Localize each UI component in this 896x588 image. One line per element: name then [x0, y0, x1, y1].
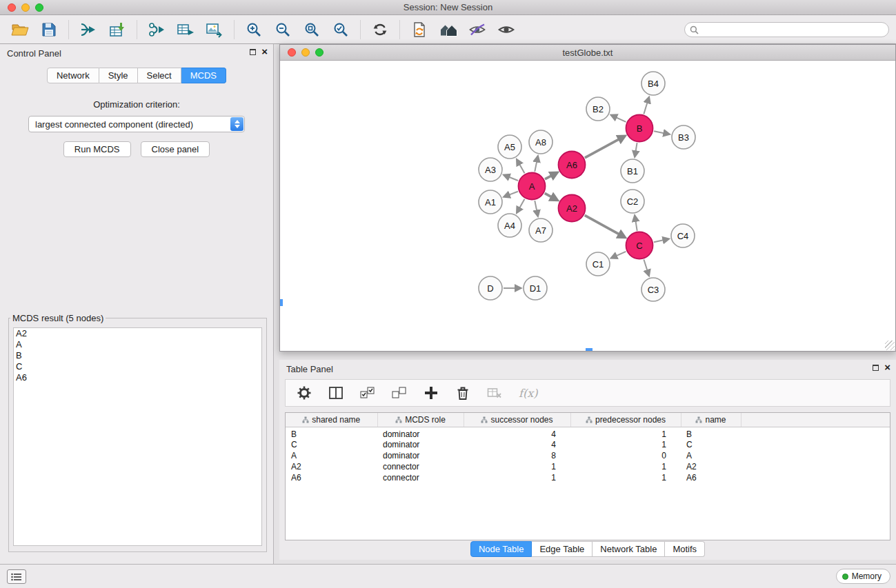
network-node-b[interactable]: B	[626, 115, 653, 142]
network-node-a8[interactable]: A8	[529, 130, 552, 154]
tab-mcds[interactable]: MCDS	[181, 68, 226, 83]
network-node-b4[interactable]: B4	[641, 72, 665, 95]
mcds-result-item[interactable]: B	[14, 350, 261, 361]
column-header-successor-nodes[interactable]: successor nodes	[464, 413, 570, 427]
network-edge[interactable]	[644, 103, 647, 114]
tab-motifs[interactable]: Motifs	[665, 541, 705, 557]
network-node-c2[interactable]: C2	[621, 190, 644, 213]
home-button[interactable]	[434, 19, 463, 41]
show-columns-button[interactable]	[328, 385, 344, 401]
mcds-result-item[interactable]: C	[14, 361, 261, 372]
float-panel-icon[interactable]	[250, 49, 256, 55]
apply-layout-button[interactable]	[405, 19, 434, 41]
float-panel-icon[interactable]	[873, 365, 879, 371]
network-edge[interactable]	[616, 252, 626, 256]
run-mcds-button[interactable]: Run MCDS	[63, 141, 131, 157]
column-header-shared-name[interactable]: shared name	[286, 413, 377, 427]
network-edge[interactable]	[545, 176, 552, 179]
zoom-out-button[interactable]	[268, 19, 297, 41]
export-table-button[interactable]	[171, 19, 200, 41]
add-row-button[interactable]	[424, 385, 439, 401]
export-image-button[interactable]	[200, 19, 229, 41]
deselect-all-button[interactable]	[392, 385, 407, 401]
table-row[interactable]: A2connector11A2	[286, 461, 890, 472]
table-settings-button[interactable]	[297, 385, 312, 401]
mcds-result-item[interactable]: A6	[14, 372, 261, 383]
status-menu-button[interactable]	[7, 569, 26, 584]
network-edge[interactable]	[535, 161, 537, 172]
tab-select[interactable]: Select	[138, 68, 181, 83]
import-table-button[interactable]	[103, 19, 132, 41]
zoom-in-button[interactable]	[239, 19, 268, 41]
import-network-button[interactable]	[74, 19, 103, 41]
network-canvas[interactable]: AA1A2A3A4A5A6A7A8BB1B2B3B4CC1C2C3C4DD1	[280, 61, 895, 351]
network-edge[interactable]	[509, 177, 518, 181]
network-edge[interactable]	[654, 240, 664, 242]
network-node-a4[interactable]: A4	[498, 214, 521, 237]
network-node-a3[interactable]: A3	[479, 158, 502, 181]
function-builder-button[interactable]: f(x)	[519, 387, 537, 400]
table-row[interactable]: Cdominator41C	[286, 439, 890, 450]
open-session-button[interactable]	[6, 19, 34, 41]
zoom-fit-button[interactable]	[297, 19, 326, 41]
network-node-b3[interactable]: B3	[672, 125, 695, 149]
mcds-result-item[interactable]: A2	[14, 328, 261, 339]
tab-network[interactable]: Network	[47, 68, 99, 83]
table-row[interactable]: A6connector11A6	[286, 472, 890, 483]
network-node-c4[interactable]: C4	[671, 224, 695, 247]
column-header-name[interactable]: name	[681, 413, 741, 427]
network-edge[interactable]	[535, 201, 537, 211]
network-node-a6[interactable]: A6	[559, 152, 586, 179]
network-edge[interactable]	[519, 164, 524, 173]
network-node-a5[interactable]: A5	[498, 135, 521, 159]
network-node-c[interactable]: C	[626, 232, 653, 259]
eye-button[interactable]	[492, 19, 521, 41]
select-all-button[interactable]	[360, 385, 375, 401]
close-panel-button[interactable]: Close panel	[141, 141, 210, 157]
export-network-button[interactable]	[142, 19, 171, 41]
delete-button[interactable]	[455, 385, 470, 401]
network-edge[interactable]	[644, 260, 647, 271]
network-node-a1[interactable]: A1	[479, 190, 502, 214]
network-node-b2[interactable]: B2	[586, 97, 610, 121]
close-panel-icon[interactable]: ×	[884, 363, 890, 372]
search-field[interactable]	[684, 22, 889, 37]
column-header-mcds-role[interactable]: MCDS role	[377, 413, 464, 427]
tab-style[interactable]: Style	[99, 68, 138, 83]
network-node-d[interactable]: D	[479, 276, 502, 300]
network-edge[interactable]	[616, 117, 626, 122]
column-header-predecessor-nodes[interactable]: predecessor nodes	[570, 413, 681, 427]
tab-edge-table[interactable]: Edge Table	[532, 541, 593, 557]
tab-node-table[interactable]: Node Table	[470, 541, 532, 557]
network-node-b1[interactable]: B1	[621, 159, 644, 183]
table-row[interactable]: Adominator80A	[286, 450, 890, 461]
memory-button[interactable]: Memory	[836, 569, 890, 584]
mcds-result-item[interactable]: A	[14, 339, 261, 350]
network-node-c1[interactable]: C1	[586, 252, 610, 276]
network-edge[interactable]	[545, 193, 552, 196]
zoom-selected-button[interactable]	[326, 19, 355, 41]
network-node-d1[interactable]: D1	[524, 276, 547, 300]
network-node-a[interactable]: A	[519, 173, 546, 200]
refresh-button[interactable]	[366, 19, 395, 41]
network-node-a7[interactable]: A7	[529, 219, 552, 242]
mcds-result-list[interactable]: A2ABCA6	[13, 327, 262, 546]
network-edge[interactable]	[654, 131, 664, 133]
delete-column-button[interactable]	[487, 385, 502, 401]
save-session-button[interactable]	[34, 19, 63, 41]
network-node-a2[interactable]: A2	[559, 195, 586, 222]
network-edge[interactable]	[636, 143, 637, 151]
network-edge[interactable]	[519, 199, 524, 208]
criterion-dropdown[interactable]: largest connected component (directed)	[28, 116, 245, 132]
resize-grip[interactable]	[885, 341, 895, 350]
close-panel-icon[interactable]: ×	[261, 47, 268, 57]
show-hide-button[interactable]	[463, 19, 492, 41]
tab-network-table[interactable]: Network Table	[593, 541, 665, 557]
network-edge[interactable]	[585, 139, 619, 158]
network-node-c3[interactable]: C3	[641, 278, 665, 301]
network-edge[interactable]	[636, 221, 637, 231]
network-edge[interactable]	[585, 215, 619, 234]
network-edge[interactable]	[509, 192, 518, 195]
table-row[interactable]: Bdominator41B	[286, 427, 890, 439]
search-input[interactable]	[699, 25, 888, 34]
